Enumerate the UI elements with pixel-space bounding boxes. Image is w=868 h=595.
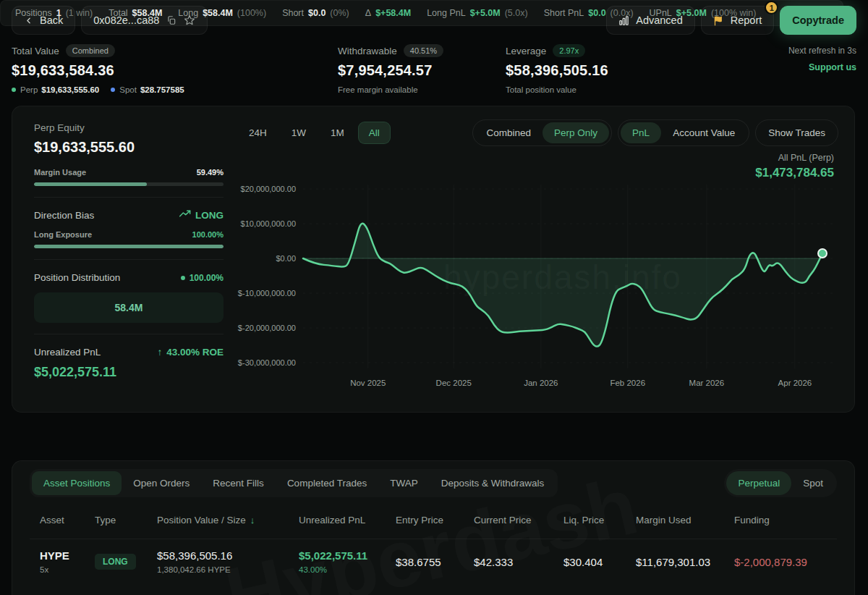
- column-entry-price[interactable]: Entry Price: [396, 515, 474, 526]
- margin-usage-value: 59.49%: [197, 168, 224, 177]
- position-row-hype[interactable]: HYPE5xLONG$58,396,505.161,380,042.66 HYP…: [40, 539, 827, 586]
- market-tab-perpetual[interactable]: Perpetual: [726, 471, 791, 495]
- divider: [34, 197, 224, 198]
- combined-badge: Combined: [66, 44, 115, 57]
- refresh-support-block: Next refresh in 3s Support us: [788, 44, 856, 94]
- positions-table-header: AssetTypePosition Value / Size↓Unrealize…: [40, 515, 827, 526]
- star-icon[interactable]: [184, 14, 195, 26]
- column-current-price[interactable]: Current Price: [474, 515, 563, 526]
- roe-value: 43.00% ROE: [166, 347, 224, 358]
- column-funding[interactable]: Funding: [734, 515, 827, 526]
- copytrade-label: Copytrade: [792, 14, 844, 26]
- support-us-link[interactable]: Support us: [788, 62, 856, 72]
- section-tab-open-orders[interactable]: Open Orders: [122, 471, 201, 495]
- column-unrealized-pnl[interactable]: Unrealized PnL: [299, 515, 396, 526]
- wallet-address: 0x082e...ca88: [93, 14, 159, 26]
- report-button[interactable]: Report 1: [701, 6, 775, 35]
- distribution-box[interactable]: 58.4M: [34, 292, 224, 323]
- direction-bias-value-wrap: LONG: [179, 210, 224, 221]
- y-axis-tick: $-10,000,000.00: [238, 289, 296, 298]
- time-tab-1m[interactable]: 1M: [320, 122, 355, 144]
- advanced-label: Advanced: [636, 14, 683, 26]
- x-axis-tick: Dec 2025: [436, 379, 472, 387]
- withdrawable-label: Withdrawable: [338, 46, 397, 56]
- margin-usage-label: Margin Usage: [34, 168, 86, 177]
- chart-controls: 24H1W1MAll CombinedPerp Only PnLAccount …: [238, 119, 838, 146]
- perp-subtotal: Perp$19,633,555.60: [12, 85, 99, 94]
- time-tab-24h[interactable]: 24H: [238, 122, 278, 144]
- pnl-area-chart[interactable]: $20,000,000.00$10,000,000.00$0.00$-10,00…: [229, 179, 841, 393]
- direction-bias-value: LONG: [195, 210, 224, 221]
- scope-toggle-group: CombinedPerp Only: [472, 119, 613, 146]
- latest-point-marker[interactable]: [818, 249, 827, 258]
- direction-bias-label: Direction Bias: [34, 210, 94, 221]
- market-tab-spot[interactable]: Spot: [791, 471, 835, 495]
- advanced-button[interactable]: Advanced: [606, 6, 695, 35]
- unrealized-pnl-label: Unrealized PnL: [34, 347, 101, 358]
- margin-usage-bar: [34, 182, 224, 186]
- time-tab-all[interactable]: All: [358, 122, 391, 144]
- column-margin-used[interactable]: Margin Used: [636, 515, 734, 526]
- metric-tab-account-value[interactable]: Account Value: [661, 122, 746, 143]
- cell-margin-used: $11,679,301.03: [636, 556, 734, 568]
- unrealized-pnl-value: $5,022,575.11: [34, 365, 224, 380]
- report-label: Report: [731, 14, 762, 26]
- all-pnl-summary: All PnL (Perp) $1,473,784.65: [755, 153, 834, 180]
- perp-equity-value: $19,633,555.60: [34, 139, 224, 156]
- section-tab-recent-fills[interactable]: Recent Fills: [201, 471, 276, 495]
- y-axis-tick: $-30,000,000.00: [238, 358, 296, 367]
- copy-icon[interactable]: [166, 15, 176, 25]
- column-type[interactable]: Type: [95, 515, 157, 526]
- withdrawable-amount: $7,954,254.57: [338, 62, 506, 79]
- back-chevron-icon: [24, 16, 33, 25]
- section-tab-deposits-withdrawals[interactable]: Deposits & Withdrawals: [430, 471, 556, 495]
- section-tab-twap[interactable]: TWAP: [378, 471, 430, 495]
- cell-entry-price: $38.6755: [396, 556, 474, 568]
- time-tab-1w[interactable]: 1W: [281, 122, 317, 144]
- account-stats-row: Total Value Combined $19,633,584.36 Perp…: [12, 44, 856, 94]
- flag-icon: [713, 15, 724, 26]
- x-axis-tick: Apr 2026: [778, 379, 812, 387]
- cell-position-value: $58,396,505.161,380,042.66 HYPE: [157, 549, 299, 574]
- scope-tab-perp-only[interactable]: Perp Only: [542, 122, 609, 143]
- cell-unrealized-pnl: $5,022,575.1143.00%: [299, 549, 396, 574]
- section-tab-asset-positions[interactable]: Asset Positions: [32, 471, 122, 495]
- y-axis-tick: $0.00: [276, 254, 296, 263]
- spot-subtotal: Spot$28.757585: [111, 85, 184, 94]
- x-axis-tick: Mar 2026: [689, 379, 725, 387]
- back-button[interactable]: Back: [12, 6, 75, 35]
- metric-toggle-group: PnLAccount Value: [618, 119, 749, 146]
- divider: [34, 334, 224, 334]
- report-count-badge: 1: [765, 1, 778, 14]
- cell-current-price: $42.333: [474, 556, 563, 568]
- column-asset[interactable]: Asset: [40, 515, 95, 526]
- perp-equity-label: Perp Equity: [34, 122, 224, 133]
- leverage-stat: Leverage 2.97x $58,396,505.16 Total posi…: [506, 44, 788, 94]
- x-axis-tick: Nov 2025: [350, 379, 386, 387]
- pnl-area-fill: [303, 224, 822, 347]
- show-trades-button[interactable]: Show Trades: [755, 119, 838, 146]
- metric-tab-pnl[interactable]: PnL: [621, 122, 661, 143]
- wallet-address-pill[interactable]: 0x082e...ca88: [81, 6, 208, 35]
- copytrade-button[interactable]: Copytrade: [780, 6, 856, 35]
- cell-asset: HYPE5x: [40, 549, 95, 574]
- column-position-value-size[interactable]: Position Value / Size↓: [157, 515, 299, 526]
- spot-dot-icon: [111, 88, 115, 92]
- refresh-countdown: Next refresh in 3s: [788, 46, 856, 56]
- all-pnl-value: $1,473,784.65: [755, 166, 834, 180]
- equity-sidebar: Perp Equity $19,633,555.60 Margin Usage …: [34, 122, 224, 380]
- section-tabs: Asset PositionsOpen OrdersRecent FillsCo…: [30, 469, 558, 497]
- scope-tab-combined[interactable]: Combined: [475, 122, 543, 143]
- distribution-pct-wrap: 100.00%: [181, 273, 224, 283]
- x-axis-tick: Jan 2026: [524, 379, 558, 387]
- withdrawable-pct-badge: 40.51%: [404, 44, 443, 57]
- total-value-amount: $19,633,584.36: [12, 62, 338, 79]
- back-label: Back: [40, 14, 63, 26]
- leverage-label: Leverage: [506, 46, 546, 56]
- column-liq-price[interactable]: Liq. Price: [563, 515, 636, 526]
- distribution-pct: 100.00%: [190, 273, 224, 283]
- leverage-sub: Total position value: [506, 85, 576, 94]
- withdrawable-stat: Withdrawable 40.51% $7,954,254.57 Free m…: [338, 44, 506, 94]
- roe-wrap: ↑ 43.00% ROE: [157, 347, 224, 358]
- section-tab-completed-trades[interactable]: Completed Trades: [276, 471, 378, 495]
